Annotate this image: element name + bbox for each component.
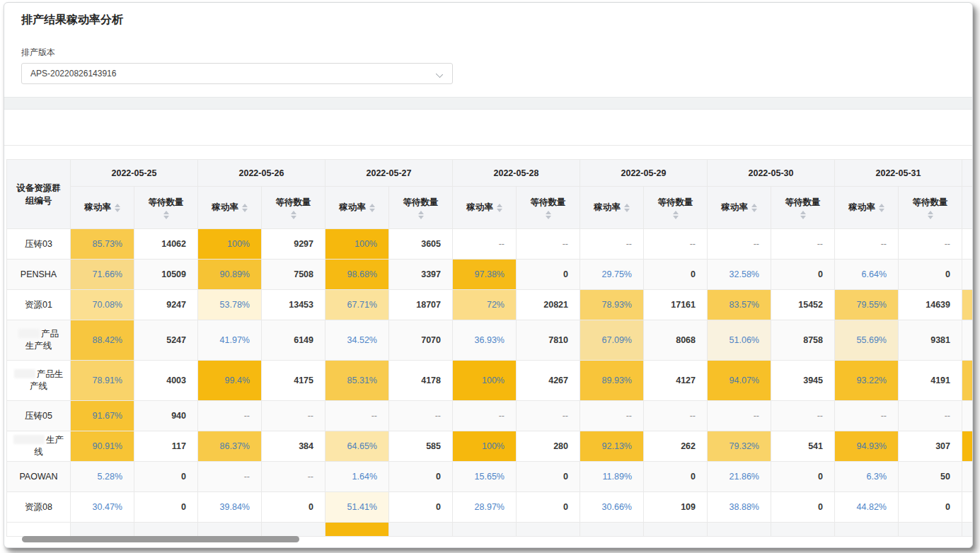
wait-quantity-cell: 0 <box>771 260 835 290</box>
rate-column-header[interactable]: 稼动率 <box>198 187 262 229</box>
sorter-icon[interactable] <box>163 211 169 219</box>
wait-column-header[interactable]: 等待数量 <box>899 187 962 229</box>
row-label-line: 生产线 <box>11 434 66 458</box>
wait-quantity-cell: -- <box>899 401 962 431</box>
caret-down-icon <box>624 209 630 212</box>
rate-cell <box>580 523 644 537</box>
caret-up-icon <box>163 211 169 214</box>
row-label-line: 产品生 <box>14 368 64 380</box>
rate-cell: -- <box>580 401 644 431</box>
date-header: 2022-05-30 <box>708 160 835 187</box>
date-column-group: 2022-05-29稼动率等待数量 <box>580 160 708 229</box>
rate-cell: 41.97% <box>198 320 262 361</box>
rate-column-header[interactable]: 稼动率 <box>708 187 771 229</box>
clipped-subheader-cell <box>962 187 972 229</box>
rate-cell: 39.84% <box>198 492 262 523</box>
rate-cell: 83.57% <box>708 290 771 320</box>
row-label-line: 资源08 <box>25 501 52 513</box>
clipped-cell <box>962 320 972 361</box>
sorter-icon[interactable] <box>115 204 120 212</box>
wait-quantity-cell: 541 <box>771 431 835 462</box>
utilization-table: 设备资源群组编号2022-05-25稼动率等待数量2022-05-26稼动率等待… <box>6 159 972 537</box>
sorter-icon[interactable] <box>418 211 424 219</box>
caret-up-icon <box>624 204 630 207</box>
page-header: 排产结果稼动率分析 <box>4 3 972 28</box>
sorter-icon[interactable] <box>497 204 502 212</box>
wait-header-label: 等待数量 <box>913 197 948 209</box>
wait-quantity-cell: 4003 <box>134 361 198 401</box>
sorter-icon[interactable] <box>291 211 296 219</box>
wait-quantity-cell <box>262 523 325 537</box>
wait-column-header[interactable]: 等待数量 <box>517 187 580 229</box>
clipped-cell <box>962 492 972 523</box>
rate-cell: 67.09% <box>580 320 644 361</box>
rate-header-label: 稼动率 <box>466 202 493 214</box>
rate-cell: 29.75% <box>580 260 644 290</box>
rate-cell <box>198 523 262 537</box>
table-row: 资源0830.47%039.84%051.41%028.97%030.66%10… <box>7 492 972 523</box>
wait-column-header[interactable]: 等待数量 <box>134 187 198 229</box>
rate-cell <box>325 523 389 537</box>
horizontal-scrollbar-thumb[interactable] <box>22 536 299 542</box>
sorter-icon[interactable] <box>751 204 757 212</box>
clipped-cell <box>962 401 972 431</box>
caret-down-icon <box>369 209 375 212</box>
wait-column-header[interactable]: 等待数量 <box>389 187 453 229</box>
row-label: PENSHA <box>21 269 57 281</box>
wait-quantity-cell <box>644 523 708 537</box>
row-label-cell: PAOWAN <box>7 462 71 492</box>
sorter-icon[interactable] <box>800 211 806 219</box>
table-row: PENSHA71.66%1050990.89%750898.68%339797.… <box>7 260 972 290</box>
empty-toolbar-section <box>4 110 972 146</box>
wait-quantity-cell: 8758 <box>771 320 835 361</box>
wait-quantity-cell: 14062 <box>134 229 198 260</box>
wait-quantity-cell: 117 <box>134 431 198 462</box>
caret-up-icon <box>928 211 933 214</box>
rate-column-header[interactable]: 稼动率 <box>325 187 389 229</box>
wait-quantity-cell: 7810 <box>517 320 580 361</box>
rate-column-header[interactable]: 稼动率 <box>453 187 517 229</box>
partial-table-row <box>7 523 972 537</box>
version-select[interactable]: APS-20220826143916 <box>21 63 453 84</box>
rate-cell: 93.22% <box>835 361 899 401</box>
rate-column-header[interactable]: 稼动率 <box>580 187 644 229</box>
rate-cell: 91.67% <box>71 401 134 431</box>
sorter-icon[interactable] <box>879 204 884 212</box>
wait-column-header[interactable]: 等待数量 <box>644 187 708 229</box>
rate-cell: 92.13% <box>580 431 644 462</box>
wait-quantity-cell: 109 <box>644 492 708 523</box>
rate-cell: 79.55% <box>835 290 899 320</box>
row-label-cell: 资源01 <box>7 290 71 320</box>
wait-quantity-cell: 18707 <box>389 290 453 320</box>
rate-cell: 30.66% <box>580 492 644 523</box>
wait-quantity-cell: 4267 <box>517 361 580 401</box>
sorter-icon[interactable] <box>673 211 679 219</box>
wait-header-label: 等待数量 <box>276 197 311 209</box>
rate-cell: 32.58% <box>708 260 771 290</box>
rate-cell <box>71 523 134 537</box>
caret-down-icon <box>928 216 933 219</box>
sorter-icon[interactable] <box>369 204 375 212</box>
rate-column-header[interactable]: 稼动率 <box>835 187 899 229</box>
wait-header-label: 等待数量 <box>149 197 184 209</box>
sorter-icon[interactable] <box>546 211 551 219</box>
sorter-icon[interactable] <box>242 204 248 212</box>
row-label: 生产线 <box>11 434 66 458</box>
app-window: 排产结果稼动率分析 排产版本 APS-20220826143916 设备资源群组… <box>4 2 973 548</box>
rate-column-header[interactable]: 稼动率 <box>71 187 134 229</box>
caret-up-icon <box>673 211 679 214</box>
row-label-cell <box>7 523 71 537</box>
wait-quantity-cell: 0 <box>389 462 453 492</box>
subheader-row: 稼动率等待数量 <box>325 187 453 229</box>
sorter-icon[interactable] <box>928 211 933 219</box>
rate-cell: 100% <box>453 361 517 401</box>
wait-quantity-cell: 15452 <box>771 290 835 320</box>
wait-column-header[interactable]: 等待数量 <box>262 187 325 229</box>
row-label: 资源08 <box>25 501 52 513</box>
wait-header-label: 等待数量 <box>785 197 821 209</box>
sorter-icon[interactable] <box>624 204 630 212</box>
version-select-value: APS-20220826143916 <box>30 69 116 78</box>
wait-quantity-cell: 4127 <box>644 361 708 401</box>
wait-quantity-cell: 0 <box>134 492 198 523</box>
wait-column-header[interactable]: 等待数量 <box>771 187 835 229</box>
